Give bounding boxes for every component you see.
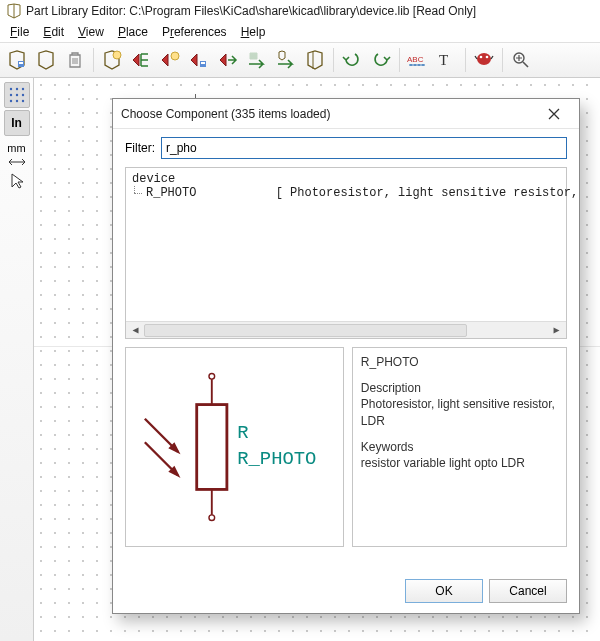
preview-schematic: R R_PHOTO bbox=[126, 348, 343, 546]
dialog-body: Filter: device R_PHOTO [ Photoresistor, … bbox=[113, 129, 579, 571]
svg-point-9 bbox=[480, 56, 483, 59]
details-desc-body: Photoresistor, light sensitive resistor,… bbox=[361, 396, 558, 428]
svg-point-24 bbox=[209, 373, 215, 379]
window-title: Part Library Editor: C:\Program Files\Ki… bbox=[26, 4, 476, 18]
svg-rect-1 bbox=[19, 62, 23, 64]
filter-row: Filter: bbox=[125, 137, 567, 159]
svg-point-8 bbox=[477, 53, 491, 65]
edit-fields-button[interactable]: T bbox=[434, 47, 460, 73]
scroll-left-arrow-icon[interactable]: ◀ bbox=[128, 323, 143, 338]
spacer bbox=[361, 429, 558, 439]
tree-item-description: [ Photoresistor, light sensitive resisto… bbox=[276, 186, 579, 200]
tree-item-name: R_PHOTO bbox=[146, 186, 196, 200]
svg-point-12 bbox=[9, 88, 11, 90]
tree-horizontal-scrollbar[interactable]: ◀ ▶ bbox=[126, 321, 566, 338]
undo-button[interactable] bbox=[339, 47, 365, 73]
inches-label: In bbox=[11, 116, 22, 130]
import-part-button[interactable] bbox=[215, 47, 241, 73]
menu-preferences[interactable]: Preferences bbox=[156, 23, 233, 41]
svg-text:ABC: ABC bbox=[407, 55, 424, 64]
grid-toggle-button[interactable] bbox=[4, 82, 30, 108]
filter-label: Filter: bbox=[125, 141, 155, 155]
new-part-button[interactable] bbox=[99, 47, 125, 73]
save-library-button[interactable] bbox=[4, 47, 30, 73]
choose-component-dialog: Choose Component (335 items loaded) Filt… bbox=[112, 98, 580, 614]
scroll-thumb[interactable] bbox=[144, 324, 467, 337]
component-tree[interactable]: device R_PHOTO [ Photoresistor, light se… bbox=[125, 167, 567, 339]
component-preview: R R_PHOTO bbox=[125, 347, 344, 547]
filter-input[interactable] bbox=[161, 137, 567, 159]
svg-marker-29 bbox=[170, 468, 178, 476]
details-desc-header: Description bbox=[361, 380, 558, 396]
export-part-button[interactable] bbox=[244, 47, 270, 73]
menu-place[interactable]: Place bbox=[112, 23, 154, 41]
dialog-titlebar[interactable]: Choose Component (335 items loaded) bbox=[113, 99, 579, 129]
menu-edit[interactable]: Edit bbox=[37, 23, 70, 41]
svg-point-25 bbox=[209, 515, 215, 521]
details-keywords-header: Keywords bbox=[361, 439, 558, 455]
dialog-button-row: OK Cancel bbox=[113, 571, 579, 613]
toolbar-separator bbox=[333, 48, 334, 72]
update-part-button[interactable] bbox=[186, 47, 212, 73]
svg-rect-5 bbox=[201, 62, 205, 64]
left-toolstrip: In mm bbox=[0, 78, 34, 641]
redo-button[interactable] bbox=[368, 47, 394, 73]
scroll-right-arrow-icon[interactable]: ▶ bbox=[549, 323, 564, 338]
units-mm-button[interactable]: mm bbox=[4, 138, 30, 158]
menu-view[interactable]: View bbox=[72, 23, 110, 41]
toolbar-separator bbox=[502, 48, 503, 72]
svg-marker-27 bbox=[170, 444, 178, 452]
svg-point-10 bbox=[486, 56, 489, 59]
menu-help[interactable]: Help bbox=[235, 23, 272, 41]
mm-label: mm bbox=[7, 142, 25, 154]
ruler-arrows-icon bbox=[7, 158, 27, 166]
part-properties-button[interactable]: ABC bbox=[405, 47, 431, 73]
dialog-close-button[interactable] bbox=[537, 103, 571, 125]
new-library-part-button[interactable] bbox=[273, 47, 299, 73]
component-details: R_PHOTO Description Photoresistor, light… bbox=[352, 347, 567, 547]
preview-name-text: R_PHOTO bbox=[237, 448, 316, 470]
dialog-title: Choose Component (335 items loaded) bbox=[121, 107, 537, 121]
svg-point-18 bbox=[9, 100, 11, 102]
svg-point-3 bbox=[171, 52, 179, 60]
toolbar-separator bbox=[93, 48, 94, 72]
details-name: R_PHOTO bbox=[361, 354, 558, 370]
units-inches-button[interactable]: In bbox=[4, 110, 30, 136]
toolbar-separator bbox=[465, 48, 466, 72]
preview-ref-text: R bbox=[237, 422, 248, 444]
close-icon bbox=[548, 108, 560, 120]
tree-item-spacer bbox=[196, 186, 275, 200]
svg-point-16 bbox=[15, 94, 17, 96]
erc-button[interactable] bbox=[471, 47, 497, 73]
scroll-track[interactable] bbox=[144, 323, 548, 338]
toolbar-separator bbox=[399, 48, 400, 72]
svg-point-13 bbox=[15, 88, 17, 90]
svg-point-2 bbox=[113, 51, 121, 59]
load-part-button[interactable] bbox=[128, 47, 154, 73]
lower-panel: R R_PHOTO R_PHOTO Description Photoresis… bbox=[125, 347, 567, 547]
select-library-button[interactable] bbox=[33, 47, 59, 73]
svg-text:T: T bbox=[439, 52, 448, 68]
delete-part-button[interactable] bbox=[62, 47, 88, 73]
menu-bar: File Edit View Place Preferences Help bbox=[0, 22, 600, 42]
create-from-part-button[interactable] bbox=[157, 47, 183, 73]
svg-point-20 bbox=[21, 100, 23, 102]
open-library-browser-button[interactable] bbox=[302, 47, 328, 73]
svg-point-19 bbox=[15, 100, 17, 102]
svg-point-14 bbox=[21, 88, 23, 90]
details-keywords-body: resistor variable light opto LDR bbox=[361, 455, 558, 471]
tree-item-row[interactable]: R_PHOTO [ Photoresistor, light sensitive… bbox=[132, 186, 560, 200]
tree-library-name: device bbox=[132, 172, 175, 186]
svg-rect-21 bbox=[197, 405, 227, 490]
menu-file[interactable]: File bbox=[4, 23, 35, 41]
main-toolbar: ABC T bbox=[0, 42, 600, 78]
cursor-shape-button[interactable] bbox=[4, 168, 30, 194]
ok-button[interactable]: OK bbox=[405, 579, 483, 603]
zoom-in-button[interactable] bbox=[508, 47, 534, 73]
svg-point-17 bbox=[21, 94, 23, 96]
svg-point-15 bbox=[9, 94, 11, 96]
app-icon bbox=[6, 3, 22, 19]
window-title-bar: Part Library Editor: C:\Program Files\Ki… bbox=[0, 0, 600, 22]
cancel-button[interactable]: Cancel bbox=[489, 579, 567, 603]
tree-library-row[interactable]: device bbox=[132, 172, 560, 186]
